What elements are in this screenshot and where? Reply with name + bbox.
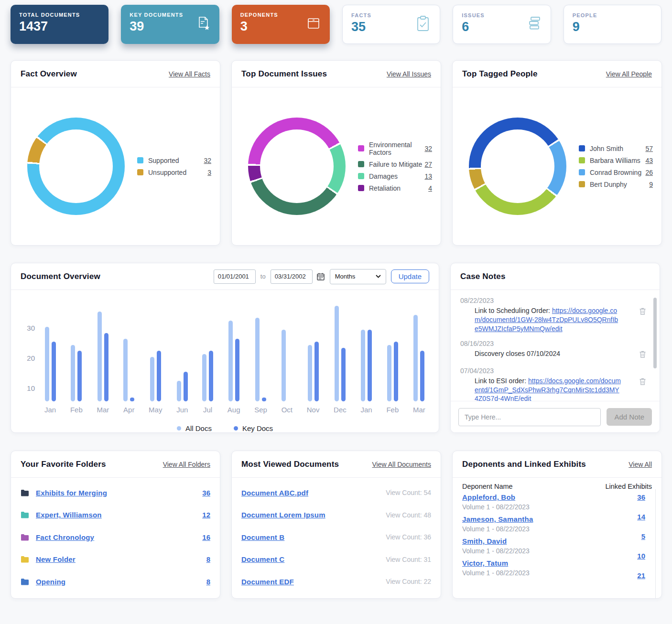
note-text: Link to Scheduling Order: https://docs.g… xyxy=(475,306,621,334)
bar-group: Feb xyxy=(70,299,83,414)
favorite-folders-panel: Your Favorite Folders View All Folders E… xyxy=(11,451,220,599)
stack-icon xyxy=(525,14,543,35)
bar-group: Apr xyxy=(123,299,134,414)
document-list-item: Document ABC.pdfView Count: 54 xyxy=(241,482,431,504)
tagged-people-donut-chart xyxy=(469,118,566,215)
month-label: Dec xyxy=(334,406,347,414)
deponent-volume-label: Volume 1 - 08/22/2023 xyxy=(462,569,652,577)
legend-count-link[interactable]: 13 xyxy=(424,172,432,180)
bar-legend-label: All Docs xyxy=(185,424,212,432)
date-from-input[interactable] xyxy=(214,269,256,284)
bar-group: Oct xyxy=(282,299,293,414)
legend-label: Failure to Mitigate xyxy=(369,161,424,168)
y-axis-tick-label: 20 xyxy=(27,354,35,362)
deponent-name-link[interactable]: Victor, Tatum xyxy=(462,559,508,567)
folder-count-link[interactable]: 16 xyxy=(202,533,210,541)
folder-count-link[interactable]: 8 xyxy=(206,555,210,563)
note-input[interactable] xyxy=(458,408,601,426)
trash-icon[interactable] xyxy=(638,306,647,318)
stat-label: PEOPLE xyxy=(573,12,652,18)
deponent-name-link[interactable]: Appleford, Bob xyxy=(462,493,515,501)
note-link[interactable]: https://docs.google.com/documentd/1GW-28… xyxy=(475,307,618,333)
trash-icon[interactable] xyxy=(638,377,647,388)
deponents-table: Deponent Name Linked Exhibits Appleford,… xyxy=(453,478,661,598)
view-all-deponents-link[interactable]: View All xyxy=(629,461,652,468)
bar-group: Sep xyxy=(254,299,267,414)
key-docs-bar xyxy=(52,342,56,401)
linked-exhibits-count-link[interactable]: 36 xyxy=(637,493,645,501)
bar-pair xyxy=(308,299,319,401)
view-all-folders-link[interactable]: View All Folders xyxy=(163,461,210,468)
legend-label: Environmental Factors xyxy=(369,141,424,156)
view-all-facts-link[interactable]: View All Facts xyxy=(169,70,210,78)
add-note-button[interactable]: Add Note xyxy=(607,408,652,426)
view-all-people-link[interactable]: View All People xyxy=(606,70,652,78)
document-name-link[interactable]: Document Lorem Ipsum xyxy=(241,511,325,519)
linked-exhibits-count-link[interactable]: 14 xyxy=(637,513,645,521)
view-all-documents-link[interactable]: View All Documents xyxy=(372,461,431,468)
folder-count-link[interactable]: 36 xyxy=(202,489,210,497)
case-notes-panel: Case Notes 08/22/2023Link to Scheduling … xyxy=(450,263,660,433)
key-docs-bar xyxy=(262,398,266,401)
stat-card-people[interactable]: PEOPLE 9 xyxy=(564,5,661,44)
deponents-scrollbar-track xyxy=(655,489,656,599)
note-link[interactable]: https://docs.google.com/documentd/1GmP_S… xyxy=(475,377,621,403)
document-name-link[interactable]: Document ABC.pdf xyxy=(241,489,308,497)
calendar-icon[interactable] xyxy=(316,272,325,281)
document-issues-donut-chart xyxy=(248,118,346,215)
folder-name-link[interactable]: Fact Chronology xyxy=(36,533,94,541)
stat-card-key-documents[interactable]: KEY DOCUMENTS 39 xyxy=(121,5,219,44)
legend-count-link[interactable]: 9 xyxy=(649,181,653,188)
document-name-link[interactable]: Document B xyxy=(241,533,284,541)
chevron-down-icon xyxy=(376,275,381,278)
update-button[interactable]: Update xyxy=(391,269,429,283)
stat-card-deponents[interactable]: DEPONENTS 3 xyxy=(232,5,330,44)
legend-count-link[interactable]: 27 xyxy=(424,161,432,168)
all-docs-bar xyxy=(98,312,102,401)
stat-card-total-documents[interactable]: TOTAL DOCUMENTS 1437 xyxy=(11,5,108,44)
folder-name-link[interactable]: New Folder xyxy=(36,555,76,563)
stat-card-issues[interactable]: ISSUES 6 xyxy=(453,5,551,44)
key-docs-bar xyxy=(235,339,239,401)
folder-name-link[interactable]: Expert, Williamson xyxy=(36,511,102,519)
document-name-link[interactable]: Document EDF xyxy=(241,578,294,586)
deponent-name-link[interactable]: Smith, David xyxy=(462,537,507,545)
trash-icon[interactable] xyxy=(638,349,647,361)
key-docs-bar xyxy=(368,330,372,401)
document-name-link[interactable]: Document C xyxy=(241,555,284,563)
stat-card-facts[interactable]: FACTS 35 xyxy=(342,5,440,44)
all-docs-bar xyxy=(387,345,391,401)
folder-count-link[interactable]: 8 xyxy=(206,578,210,586)
date-to-input[interactable] xyxy=(271,269,313,284)
legend-count-link[interactable]: 4 xyxy=(428,184,432,192)
linked-exhibits-count-link[interactable]: 21 xyxy=(637,571,645,580)
notes-scrollbar-thumb[interactable] xyxy=(653,298,657,368)
legend-count-link[interactable]: 32 xyxy=(424,145,432,152)
linked-exhibits-count-link[interactable]: 10 xyxy=(637,552,645,560)
legend-swatch xyxy=(137,169,143,175)
folder-name-link[interactable]: Opening xyxy=(36,578,65,586)
document-overview-bar-chart: 102030 JanFebMarAprMayJunJulAugSepOctNov… xyxy=(11,290,439,432)
legend-count-link[interactable]: 57 xyxy=(645,145,653,152)
panel-title: Top Document Issues xyxy=(241,69,327,79)
date-range-to-label: to xyxy=(260,273,266,280)
folder-name-link[interactable]: Exhibits for Merging xyxy=(36,489,107,497)
all-docs-bar xyxy=(150,357,154,401)
legend-swatch xyxy=(358,145,364,151)
legend-count-link[interactable]: 32 xyxy=(204,157,211,164)
deponent-name-link[interactable]: Jameson, Samantha xyxy=(462,515,533,523)
folder-count-link[interactable]: 12 xyxy=(202,511,210,519)
folder-icon xyxy=(21,489,29,496)
bar-group: Dec xyxy=(334,299,347,414)
legend-count-link[interactable]: 26 xyxy=(645,169,653,176)
note-body: Link to ESI order: https://docs.google.c… xyxy=(460,377,647,404)
linked-exhibits-count-link[interactable]: 5 xyxy=(641,532,645,540)
legend-count-link[interactable]: 43 xyxy=(645,157,653,164)
legend-swatch xyxy=(579,145,585,151)
legend-count-link[interactable]: 3 xyxy=(207,169,211,176)
folder-list-item: Opening8 xyxy=(21,570,210,593)
key-docs-bar xyxy=(341,348,346,401)
interval-select[interactable]: Months xyxy=(330,269,386,284)
view-all-issues-link[interactable]: View All Issues xyxy=(387,70,431,78)
case-note: 08/16/2023Discovery closes 07/10/2024 xyxy=(460,340,647,361)
